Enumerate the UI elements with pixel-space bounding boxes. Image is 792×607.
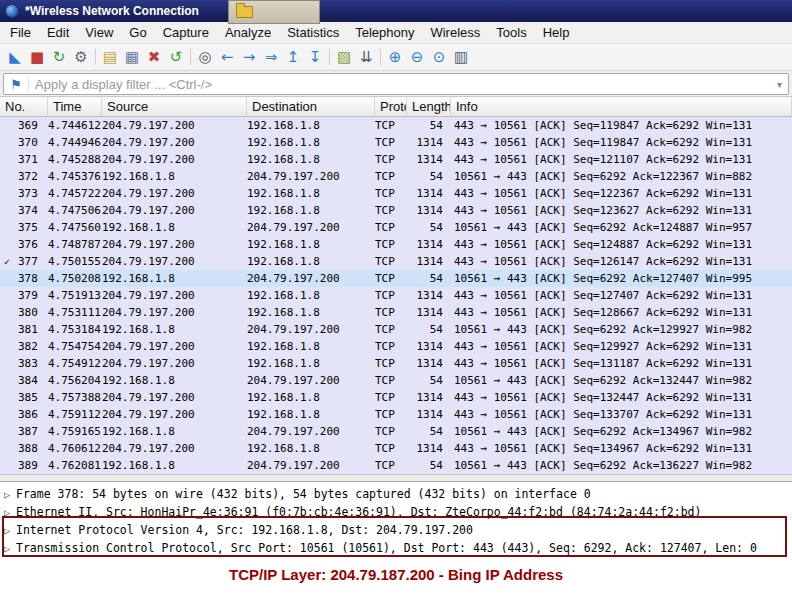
packet-row-383[interactable]: 3834.754912204.79.197.200192.168.1.8TCP1… <box>0 355 792 372</box>
cell-destination: 192.168.1.8 <box>247 185 375 202</box>
packet-row-385[interactable]: 3854.757388204.79.197.200192.168.1.8TCP1… <box>0 389 792 406</box>
menu-item-statistics[interactable]: Statistics <box>279 23 347 42</box>
pane-splitter[interactable] <box>0 474 792 482</box>
packet-row-377[interactable]: ✓3774.750155204.79.197.200192.168.1.8TCP… <box>0 253 792 270</box>
toolbar-separator <box>380 49 381 65</box>
cell-length: 1314 <box>407 134 451 151</box>
packet-row-381[interactable]: 3814.753184192.168.1.8204.79.197.200TCP5… <box>0 321 792 338</box>
go-back-icon[interactable]: ← <box>216 46 238 68</box>
detail-line-3[interactable]: ▷Internet Protocol Version 4, Src: 192.1… <box>4 521 792 539</box>
cell-source: 204.79.197.200 <box>102 202 247 219</box>
packet-row-387[interactable]: 3874.759165192.168.1.8204.79.197.200TCP5… <box>0 423 792 440</box>
column-header-no[interactable]: No. <box>0 97 48 116</box>
start-capture-icon[interactable]: ◣ <box>4 46 26 68</box>
cell-time: 4.759112 <box>48 406 102 423</box>
cell-destination: 192.168.1.8 <box>247 287 375 304</box>
expand-arrow-icon[interactable]: ▷ <box>4 540 16 557</box>
menu-item-analyze[interactable]: Analyze <box>217 23 279 42</box>
packet-row-373[interactable]: 3734.745722204.79.197.200192.168.1.8TCP1… <box>0 185 792 202</box>
detail-line-4[interactable]: ▷Transmission Control Protocol, Src Port… <box>4 539 792 557</box>
cell-protocol: TCP <box>375 151 407 168</box>
detail-line-2[interactable]: ▷Ethernet II, Src: HonHaiPr_4e:36:91 (f0… <box>4 503 792 521</box>
packet-row-378[interactable]: 3784.750208192.168.1.8204.79.197.200TCP5… <box>0 270 792 287</box>
cell-info: 10561 → 443 [ACK] Seq=6292 Ack=134967 Wi… <box>451 423 792 440</box>
save-file-icon[interactable]: ▦ <box>121 46 143 68</box>
cell-info: 10561 → 443 [ACK] Seq=6292 Ack=124887 Wi… <box>451 219 792 236</box>
menu-item-file[interactable]: File <box>2 23 39 42</box>
display-filter-input[interactable]: ⚑ Apply a display filter ... <Ctrl-/> ▾ <box>3 73 789 95</box>
cell-destination: 192.168.1.8 <box>247 134 375 151</box>
column-header-time[interactable]: Time <box>48 97 102 116</box>
zoom-out-icon[interactable]: ⊖ <box>406 46 428 68</box>
cell-no: 372 <box>14 168 48 185</box>
packet-row-370[interactable]: 3704.744946204.79.197.200192.168.1.8TCP1… <box>0 134 792 151</box>
cell-protocol: TCP <box>375 270 407 287</box>
column-header-length[interactable]: Length <box>407 97 451 116</box>
packet-row-388[interactable]: 3884.760612204.79.197.200192.168.1.8TCP1… <box>0 440 792 457</box>
restart-capture-icon[interactable]: ↻ <box>48 46 70 68</box>
cell-length: 1314 <box>407 389 451 406</box>
cell-info: 443 → 10561 [ACK] Seq=127407 Ack=6292 Wi… <box>451 287 792 304</box>
packet-row-375[interactable]: 3754.747560192.168.1.8204.79.197.200TCP5… <box>0 219 792 236</box>
packet-row-382[interactable]: 3824.754754204.79.197.200192.168.1.8TCP1… <box>0 338 792 355</box>
cell-protocol: TCP <box>375 321 407 338</box>
go-forward-icon[interactable]: → <box>238 46 260 68</box>
cell-destination: 204.79.197.200 <box>247 457 375 474</box>
cell-time: 4.747506 <box>48 202 102 219</box>
packet-row-374[interactable]: 3744.747506204.79.197.200192.168.1.8TCP1… <box>0 202 792 219</box>
wireshark-app-icon <box>5 4 19 18</box>
packet-row-379[interactable]: 3794.751913204.79.197.200192.168.1.8TCP1… <box>0 287 792 304</box>
packet-row-369[interactable]: 3694.744612204.79.197.200192.168.1.8TCP5… <box>0 117 792 134</box>
colorize-packets-icon[interactable]: ▧ <box>333 46 355 68</box>
menu-item-tools[interactable]: Tools <box>488 23 534 42</box>
cell-length: 54 <box>407 168 451 185</box>
menu-item-edit[interactable]: Edit <box>39 23 77 42</box>
cell-no: 389 <box>14 457 48 474</box>
cell-info: 443 → 10561 [ACK] Seq=134967 Ack=6292 Wi… <box>451 440 792 457</box>
autoscroll-icon[interactable]: ⇊ <box>355 46 377 68</box>
column-header-protocol[interactable]: Protoc <box>375 97 407 116</box>
expand-arrow-icon[interactable]: ▷ <box>4 522 16 539</box>
cell-time: 4.753111 <box>48 304 102 321</box>
packet-row-380[interactable]: 3804.753111204.79.197.200192.168.1.8TCP1… <box>0 304 792 321</box>
menu-item-wireless[interactable]: Wireless <box>422 23 488 42</box>
open-file-icon[interactable]: ▤ <box>99 46 121 68</box>
column-header-source[interactable]: Source <box>102 97 247 116</box>
detail-line-1[interactable]: ▷Frame 378: 54 bytes on wire (432 bits),… <box>4 485 792 503</box>
capture-options-icon[interactable]: ⚙ <box>70 46 92 68</box>
packet-row-376[interactable]: 3764.748787204.79.197.200192.168.1.8TCP1… <box>0 236 792 253</box>
column-header-destination[interactable]: Destination <box>247 97 375 116</box>
column-header-info[interactable]: Info <box>451 97 792 116</box>
go-first-packet-icon[interactable]: ↥ <box>282 46 304 68</box>
cell-length: 1314 <box>407 202 451 219</box>
stop-capture-icon[interactable]: ■ <box>26 46 48 68</box>
find-packet-icon[interactable]: ◎ <box>194 46 216 68</box>
cell-length: 1314 <box>407 406 451 423</box>
packet-row-384[interactable]: 3844.756204192.168.1.8204.79.197.200TCP5… <box>0 372 792 389</box>
reload-icon[interactable]: ↺ <box>165 46 187 68</box>
packet-row-386[interactable]: 3864.759112204.79.197.200192.168.1.8TCP1… <box>0 406 792 423</box>
close-file-icon[interactable]: ✖ <box>143 46 165 68</box>
cell-destination: 204.79.197.200 <box>247 423 375 440</box>
resize-columns-icon[interactable]: ▥ <box>450 46 472 68</box>
menu-item-capture[interactable]: Capture <box>155 23 217 42</box>
packet-row-372[interactable]: 3724.745376192.168.1.8204.79.197.200TCP5… <box>0 168 792 185</box>
expand-arrow-icon[interactable]: ▷ <box>4 486 16 503</box>
zoom-in-icon[interactable]: ⊕ <box>384 46 406 68</box>
cell-info: 443 → 10561 [ACK] Seq=124887 Ack=6292 Wi… <box>451 236 792 253</box>
menu-item-help[interactable]: Help <box>535 23 578 42</box>
go-to-packet-icon[interactable]: ⇒ <box>260 46 282 68</box>
expand-arrow-icon[interactable]: ▷ <box>4 504 16 521</box>
packet-row-389[interactable]: 3894.762081192.168.1.8204.79.197.200TCP5… <box>0 457 792 474</box>
cell-time: 4.751913 <box>48 287 102 304</box>
menu-item-view[interactable]: View <box>77 23 121 42</box>
filter-bookmark-icon[interactable]: ⚑ <box>4 77 29 92</box>
zoom-reset-icon[interactable]: ⊙ <box>428 46 450 68</box>
menu-item-telephony[interactable]: Telephony <box>347 23 422 42</box>
filter-dropdown-icon[interactable]: ▾ <box>771 79 788 90</box>
go-last-packet-icon[interactable]: ↧ <box>304 46 326 68</box>
cell-time: 4.744612 <box>48 117 102 134</box>
menu-item-go[interactable]: Go <box>121 23 154 42</box>
packet-row-371[interactable]: 3714.745288204.79.197.200192.168.1.8TCP1… <box>0 151 792 168</box>
cell-info: 443 → 10561 [ACK] Seq=119847 Ack=6292 Wi… <box>451 134 792 151</box>
